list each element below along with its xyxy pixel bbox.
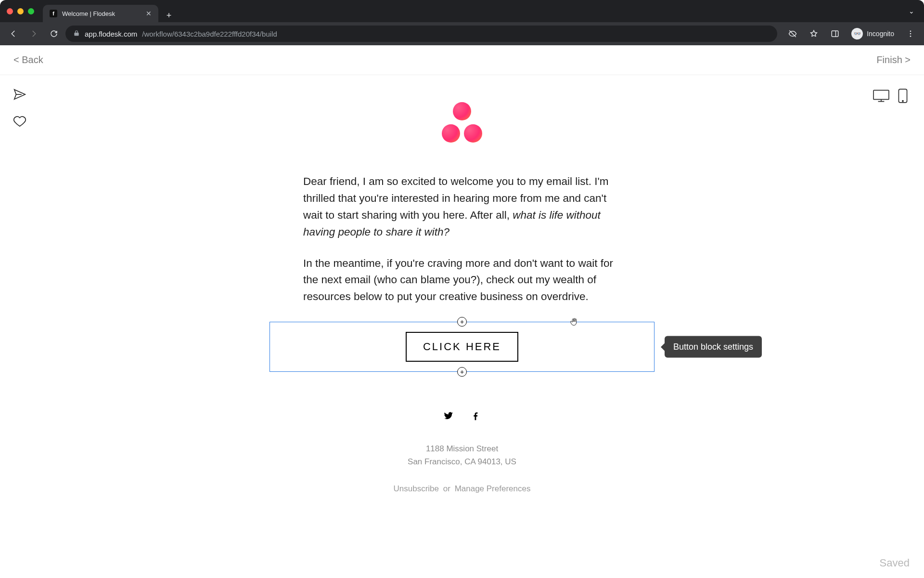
add-block-above-button[interactable]: + xyxy=(457,317,467,327)
svg-point-2 xyxy=(910,33,911,35)
cursor-grab-icon xyxy=(569,316,579,327)
footer-address-line2: San Francisco, CA 94013, US xyxy=(270,455,654,468)
url-host: app.flodesk.com xyxy=(85,30,137,38)
browser-menu-button[interactable] xyxy=(902,25,919,42)
unsubscribe-link[interactable]: Unsubscribe xyxy=(394,484,439,493)
window-minimize-button[interactable] xyxy=(17,8,24,14)
nav-reload-button[interactable] xyxy=(45,25,63,42)
window-close-button[interactable] xyxy=(7,8,13,14)
window-controls xyxy=(7,8,34,14)
bookmark-star-icon[interactable] xyxy=(805,25,822,42)
email-body[interactable]: Dear friend, I am so excited to welcome … xyxy=(303,173,621,305)
incognito-icon: 👓 xyxy=(851,28,863,39)
twitter-icon[interactable] xyxy=(443,410,454,423)
footer-address-line1: 1188 Mission Street xyxy=(270,442,654,455)
email-paragraph-1[interactable]: Dear friend, I am so excited to welcome … xyxy=(303,173,621,241)
incognito-indicator[interactable]: 👓 Incognito xyxy=(847,26,898,41)
add-block-below-button[interactable]: + xyxy=(457,367,467,377)
tab-title: Welcome | Flodesk xyxy=(62,10,141,17)
email-footer: 1188 Mission Street San Francisco, CA 94… xyxy=(270,442,654,495)
footer-or: or xyxy=(443,484,450,493)
browser-toolbar: app.flodesk.com/workflow/6343c2ba9dfe222… xyxy=(0,22,924,45)
button-block-selected[interactable]: + CLICK HERE + Button block settings xyxy=(270,322,654,372)
email-paragraph-2[interactable]: In the meantime, if you're craving more … xyxy=(303,255,621,306)
back-link[interactable]: < Back xyxy=(13,54,43,66)
browser-tab[interactable]: f Welcome | Flodesk ✕ xyxy=(43,5,158,22)
svg-point-3 xyxy=(910,36,911,37)
nav-forward-button[interactable] xyxy=(25,25,42,42)
save-status: Saved xyxy=(880,557,910,569)
address-bar[interactable]: app.flodesk.com/workflow/6343c2ba9dfe222… xyxy=(65,26,777,42)
finish-link[interactable]: Finish > xyxy=(876,54,911,66)
svg-rect-0 xyxy=(832,31,838,37)
block-settings-tooltip[interactable]: Button block settings xyxy=(665,336,762,358)
svg-point-1 xyxy=(910,30,911,32)
nav-back-button[interactable] xyxy=(5,25,22,42)
incognito-label: Incognito xyxy=(867,30,894,38)
tab-favicon: f xyxy=(50,10,57,17)
url-path: /workflow/6343c2ba9dfe222fffd20f34/build xyxy=(142,30,277,38)
manage-preferences-link[interactable]: Manage Preferences xyxy=(455,484,531,493)
tab-close-button[interactable]: ✕ xyxy=(146,10,152,17)
sidepanel-icon[interactable] xyxy=(826,25,844,42)
social-links xyxy=(270,410,654,423)
editor-header: < Back Finish > xyxy=(0,45,924,75)
tabs-overflow-button[interactable]: ⌄ xyxy=(909,7,914,15)
email-canvas: Dear friend, I am so excited to welcome … xyxy=(0,75,924,578)
window-titlebar: f Welcome | Flodesk ✕ + ⌄ xyxy=(0,0,924,22)
brand-logo[interactable] xyxy=(442,102,482,143)
facebook-icon[interactable] xyxy=(470,410,481,423)
cta-button[interactable]: CLICK HERE xyxy=(406,332,518,362)
window-zoom-button[interactable] xyxy=(28,8,34,14)
lock-icon xyxy=(73,30,80,38)
tooltip-text: Button block settings xyxy=(673,342,753,352)
new-tab-button[interactable]: + xyxy=(162,9,176,22)
tracking-icon[interactable] xyxy=(784,25,801,42)
